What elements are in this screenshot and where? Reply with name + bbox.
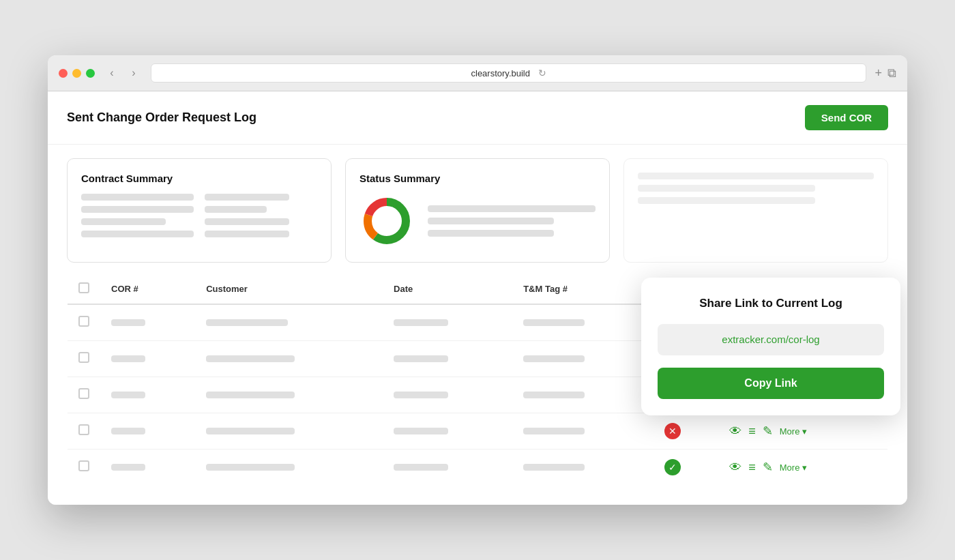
col-tm-tag: T&M Tag # <box>512 274 653 305</box>
placeholder-bar <box>206 392 295 398</box>
row-status: ✕ <box>653 413 718 450</box>
share-modal: Share Link to Current Log extracker.com/… <box>641 278 900 415</box>
row-actions: 👁 ≡ ✎ More ▾ <box>718 450 887 486</box>
row-date <box>383 413 512 450</box>
row-actions: 👁 ≡ ✎ More ▾ <box>718 413 887 450</box>
more-button[interactable]: More ▾ <box>780 426 807 437</box>
row-date <box>383 450 512 486</box>
share-modal-title: Share Link to Current Log <box>658 297 884 310</box>
status-summary-title: Status Summary <box>359 173 596 184</box>
placeholder-bar <box>111 428 145 434</box>
contract-col-left <box>81 194 194 237</box>
share-link-text: extracker.com/cor-log <box>722 334 819 345</box>
copy-link-button[interactable]: Copy Link <box>658 368 884 399</box>
row-tm-tag <box>512 377 653 413</box>
placeholder-bar <box>638 197 815 204</box>
placeholder-bar <box>394 464 448 471</box>
row-checkbox[interactable] <box>78 316 89 327</box>
edit-icon[interactable]: ✎ <box>763 424 773 439</box>
row-tm-tag <box>512 341 653 377</box>
col-date: Date <box>383 274 512 305</box>
table-row: ✕ 👁 ≡ ✎ More ▾ <box>68 413 888 450</box>
row-select[interactable] <box>68 304 101 341</box>
placeholder-bar <box>111 392 145 398</box>
placeholder-bar <box>206 319 288 326</box>
select-all-checkbox[interactable] <box>78 282 89 293</box>
placeholder-bar <box>428 205 596 212</box>
placeholder-bar <box>638 185 815 192</box>
placeholder-bar <box>206 464 295 471</box>
row-checkbox[interactable] <box>78 352 89 363</box>
row-select[interactable] <box>68 450 101 486</box>
placeholder-bar <box>428 230 554 237</box>
placeholder-bar <box>205 206 267 213</box>
notes-icon[interactable]: ≡ <box>748 424 756 439</box>
page-title: Sent Change Order Request Log <box>67 110 256 125</box>
view-icon[interactable]: 👁 <box>729 460 741 475</box>
row-date <box>383 377 512 413</box>
row-cor <box>100 304 195 341</box>
row-customer <box>195 450 383 486</box>
contract-summary-title: Contract Summary <box>81 173 317 184</box>
row-checkbox[interactable] <box>78 460 89 471</box>
placeholder-bar <box>81 218 166 225</box>
forward-button[interactable]: › <box>125 64 143 82</box>
maximize-button[interactable] <box>86 69 95 78</box>
table-row: ✓ 👁 ≡ ✎ More ▾ <box>68 450 888 486</box>
row-customer <box>195 413 383 450</box>
row-select[interactable] <box>68 341 101 377</box>
placeholder-bar <box>111 355 145 362</box>
placeholder-bar <box>523 428 585 434</box>
traffic-lights <box>59 69 95 78</box>
row-date <box>383 341 512 377</box>
view-icon[interactable]: 👁 <box>729 424 741 439</box>
notes-icon[interactable]: ≡ <box>748 460 756 475</box>
placeholder-bar <box>394 319 448 326</box>
row-date <box>383 304 512 341</box>
third-col <box>638 173 874 204</box>
select-all-header[interactable] <box>68 274 101 305</box>
browser-titlebar: ‹ › clearstory.build ↻ + ⧉ <box>48 55 907 91</box>
placeholder-bar <box>394 428 448 434</box>
donut-labels <box>428 205 596 237</box>
status-summary-content <box>359 194 596 248</box>
col-customer: Customer <box>195 274 383 305</box>
edit-icon[interactable]: ✎ <box>763 460 773 475</box>
toolbar-right: + ⧉ <box>875 66 896 80</box>
actions-cell: 👁 ≡ ✎ More ▾ <box>729 424 877 439</box>
third-card-content <box>638 173 874 204</box>
placeholder-bar <box>111 319 145 326</box>
row-customer <box>195 341 383 377</box>
status-x-icon: ✕ <box>664 423 681 439</box>
row-checkbox[interactable] <box>78 424 89 435</box>
placeholder-bar <box>638 173 874 179</box>
status-summary-card: Status Summary <box>345 158 610 263</box>
placeholder-bar <box>523 464 585 471</box>
placeholder-bar <box>205 194 289 201</box>
row-checkbox[interactable] <box>78 388 89 399</box>
placeholder-bar <box>81 194 194 201</box>
nav-buttons: ‹ › <box>103 64 143 82</box>
add-tab-icon[interactable]: + <box>875 66 882 80</box>
row-customer <box>195 304 383 341</box>
browser-window: ‹ › clearstory.build ↻ + ⧉ Sent Change O… <box>48 55 907 505</box>
row-cor <box>100 377 195 413</box>
address-bar[interactable]: clearstory.build ↻ <box>151 63 866 83</box>
back-button[interactable]: ‹ <box>103 64 121 82</box>
placeholder-bar <box>394 355 448 362</box>
refresh-icon[interactable]: ↻ <box>538 68 546 78</box>
more-button[interactable]: More ▾ <box>780 462 807 473</box>
row-select[interactable] <box>68 377 101 413</box>
tab-overview-icon[interactable]: ⧉ <box>887 66 896 80</box>
row-cor <box>100 413 195 450</box>
close-button[interactable] <box>59 69 68 78</box>
minimize-button[interactable] <box>72 69 81 78</box>
page-content: Sent Change Order Request Log Send COR C… <box>48 91 907 505</box>
placeholder-bar <box>206 428 295 434</box>
row-tm-tag <box>512 413 653 450</box>
placeholder-bar <box>428 218 554 224</box>
contract-summary-card: Contract Summary <box>67 158 332 263</box>
send-cor-button[interactable]: Send COR <box>805 105 888 130</box>
status-check-icon: ✓ <box>664 459 681 475</box>
row-select[interactable] <box>68 413 101 450</box>
